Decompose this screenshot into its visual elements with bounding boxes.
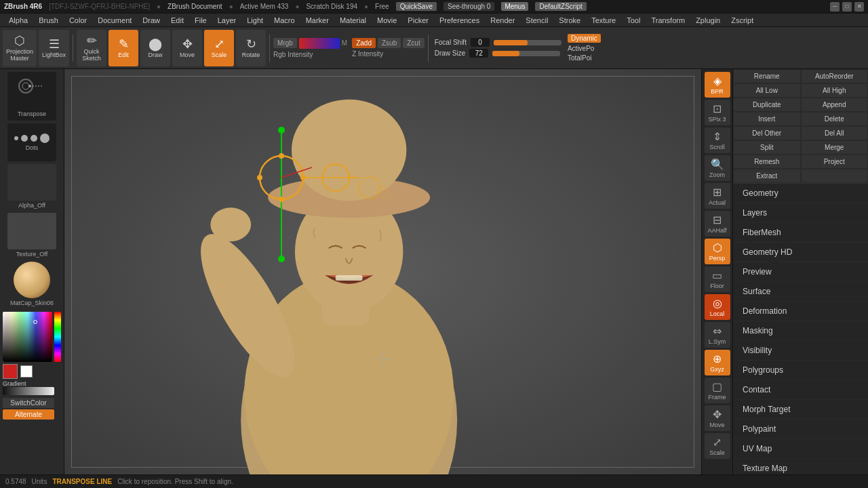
edit-button[interactable]: ✎ Edit [108,30,138,66]
draw-size-slider[interactable] [492,51,560,56]
menu-texture-map[interactable]: Texture Map [733,459,868,474]
transpose-control[interactable]: Transpose [7,72,56,121]
menu-alpha[interactable]: Alpha [4,16,33,25]
color-gradient[interactable] [3,312,52,362]
del-all-button[interactable]: Del All [801,126,869,140]
quick-sketch-button[interactable]: ✏ QuickSketch [77,30,106,66]
menu-texture[interactable]: Texture [587,16,620,25]
menu-movie[interactable]: Movie [372,16,401,25]
menu-stencil[interactable]: Stencil [521,16,553,25]
secondary-color-swatch[interactable] [20,365,33,378]
menu-surface[interactable]: Surface [733,282,868,302]
menu-tool[interactable]: Tool [622,16,645,25]
defaultscript-button[interactable]: DefaultZScript [535,2,586,11]
texture-control[interactable]: Texture_Off [7,213,56,258]
menu-preview[interactable]: Preview [733,262,868,282]
alpha-control[interactable]: Alpha_Off [7,164,56,209]
menu-preferences[interactable]: Preferences [435,16,484,25]
primary-color-swatch[interactable] [3,364,18,379]
frame-button[interactable]: ▢ Frame [705,378,730,403]
dynamic-button[interactable]: Dynamic [568,34,601,43]
menu-zplugin[interactable]: Zplugin [691,16,725,25]
lsym-button[interactable]: ⇔ L.Sym [705,322,730,348]
menu-uv-map[interactable]: UV Map [733,439,868,459]
aahalf-button[interactable]: ⊟ AAHalf [705,211,730,237]
menu-brush[interactable]: Brush [34,16,63,25]
scroll-button[interactable]: ⇕ Scroll [705,127,730,153]
rename-button[interactable]: Rename [733,69,801,83]
draw-button[interactable]: ⬤ Draw [140,30,170,66]
del-other-button[interactable]: Del Other [733,126,801,140]
menu-light[interactable]: Light [242,16,268,25]
seethrough-button[interactable]: See-through 0 [443,2,494,11]
menu-marker[interactable]: Marker [301,16,334,25]
close-button[interactable]: ✕ [854,2,864,12]
focal-shift-slider[interactable] [494,40,561,45]
local-button[interactable]: ◎ Local [705,294,730,320]
all-high-button[interactable]: All High [801,83,869,98]
quicksave-button[interactable]: QuickSave [396,2,437,11]
extract-button[interactable]: Extract [733,169,801,183]
menu-morph-target[interactable]: Morph Target [733,400,868,420]
maximize-button[interactable]: □ [842,2,852,12]
menu-masking[interactable]: Masking [733,321,868,341]
merge-button[interactable]: Merge [801,140,869,155]
focal-shift-value[interactable]: 0 [471,38,490,47]
zoom-button[interactable]: 🔍 Zoom [705,155,730,181]
gxyz-button[interactable]: ⊕ Gxyz [705,350,730,375]
menu-color[interactable]: Color [64,16,92,25]
actual-button[interactable]: ⊞ Actual [705,183,730,209]
append-button[interactable]: Append [801,98,869,112]
menu-draw[interactable]: Draw [138,16,165,25]
menu-deformation[interactable]: Deformation [733,302,868,321]
menu-geometry[interactable]: Geometry [733,184,868,203]
rt-scale-button[interactable]: ⤢ Scale [705,433,730,459]
gradient-bar[interactable] [3,387,54,395]
rt-move-button[interactable]: ✥ Move [705,405,730,431]
floor-button[interactable]: ▭ Floor [705,266,730,292]
zsub-button[interactable]: Zsub [378,38,401,48]
menu-picker[interactable]: Picker [403,16,433,25]
zcut-button[interactable]: Zcut [403,38,424,48]
menu-layer[interactable]: Layer [213,16,241,25]
menu-visibility[interactable]: Visibility [733,341,868,361]
menu-stroke[interactable]: Stroke [554,16,585,25]
bpr-button[interactable]: ◈ BPR [705,72,730,98]
alternate-button[interactable]: Alternate [3,409,54,420]
sculpt-viewport[interactable] [64,69,701,474]
lightbox-button[interactable]: ☰ LightBox [39,30,69,66]
rgb-spectrum[interactable] [299,38,340,49]
project-button[interactable]: Project [801,155,869,169]
autoreorder-button[interactable]: AutoReorder [801,69,869,83]
hue-slider[interactable] [54,312,61,362]
dots-control[interactable]: Dots [7,123,56,161]
menu-polypaint[interactable]: Polypaint [733,420,868,439]
zadd-button[interactable]: Zadd [352,38,376,48]
menu-edit[interactable]: Edit [166,16,189,25]
move-button[interactable]: ✥ Move [172,30,202,66]
menu-zscript[interactable]: Zscript [726,16,758,25]
menus-button[interactable]: Menus [501,2,528,11]
menu-layers[interactable]: Layers [733,203,868,223]
menu-fibermesh[interactable]: FiberMesh [733,223,868,243]
menu-document[interactable]: Document [93,16,136,25]
split-button[interactable]: Split [733,140,801,155]
menu-macro[interactable]: Macro [269,16,300,25]
minimize-button[interactable]: ─ [830,2,840,12]
delete-button[interactable]: Delete [801,112,869,126]
menu-file[interactable]: File [190,16,212,25]
duplicate-button[interactable]: Duplicate [733,98,801,112]
menu-geometry-hd[interactable]: Geometry HD [733,243,868,262]
menu-material[interactable]: Material [335,16,371,25]
spix-button[interactable]: ⊡ SPix 3 [705,100,730,125]
menu-contact[interactable]: Contact [733,380,868,400]
matcap-control[interactable]: MatCap_Skin06 [10,262,54,306]
all-low-button[interactable]: All Low [733,83,801,98]
remesh-button[interactable]: Remesh [733,155,801,169]
menu-render[interactable]: Render [486,16,519,25]
scale-button[interactable]: ⤢ Scale [204,30,234,66]
canvas-area[interactable] [64,69,701,474]
rotate-button[interactable]: ↻ Rotate [236,30,266,66]
menu-polygroups[interactable]: Polygroups [733,361,868,380]
projection-master-button[interactable]: ⬡ ProjectionMaster [3,30,37,66]
